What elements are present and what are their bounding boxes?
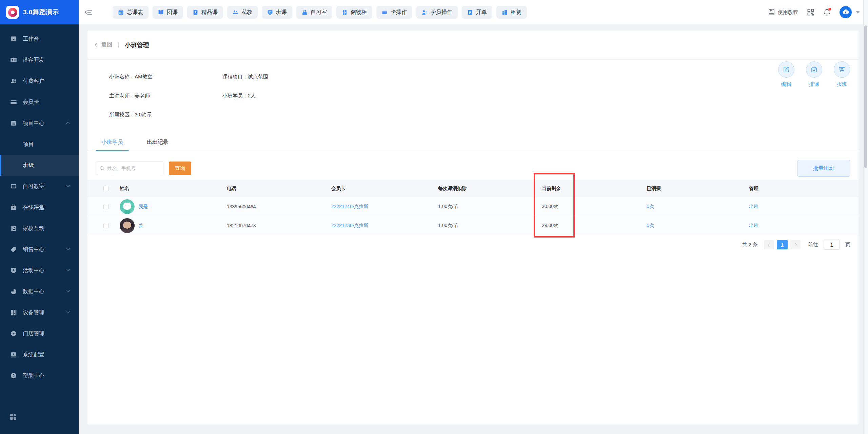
class-info-grid: 小班名称：AM教室 课程项目：试点范围 主讲老师：姜老师 小班学员：2人 所属校… [109, 74, 850, 131]
row-checkbox[interactable] [103, 223, 109, 228]
topnav-item-class-course[interactable]: 班课 [262, 6, 292, 19]
batch-leave-button[interactable]: 批量出班 [797, 160, 850, 177]
next-page-button[interactable] [790, 240, 801, 249]
user-avatar[interactable] [840, 6, 852, 18]
leave-class-link[interactable]: 出班 [749, 204, 850, 210]
app-logo-icon [6, 6, 19, 19]
help-center-icon: ? [10, 372, 17, 379]
topnav-item-rental[interactable]: 租赁 [496, 6, 527, 19]
sidebar-item-paying-customers[interactable]: 付费客户 [0, 71, 79, 92]
chevron-right-icon [793, 243, 797, 246]
schedule-icon [806, 61, 822, 78]
edit-button[interactable]: 编辑 [778, 61, 794, 88]
sidebar-item-store-management[interactable]: 门店管理 [0, 323, 79, 344]
row-checkbox[interactable] [103, 204, 109, 209]
consumed-link[interactable]: 0次 [647, 204, 749, 210]
paying-customer-icon [10, 78, 17, 84]
info-label: 课程项目： [222, 74, 248, 79]
sidebar-item-leads[interactable]: 潜客开发 [0, 50, 79, 71]
sidebar-item-label: 项目中心 [23, 120, 44, 127]
toolbar: 查询 批量出班 [87, 160, 859, 177]
select-all-checkbox[interactable] [103, 186, 109, 191]
sidebar-subitem-project[interactable]: 项目 [0, 134, 79, 155]
sidebar-subitem-class[interactable]: 班级 [0, 155, 79, 176]
tutorial-button[interactable]: 使用教程 [768, 8, 798, 16]
member-card-link[interactable]: 22221246-克拉斯 [331, 204, 438, 210]
students-table: 姓名 电话 会员卡 每次课消扣除 当前剩余 已消费 管理 我是 13395600… [87, 180, 859, 235]
apps-grid-icon[interactable] [9, 413, 17, 420]
notification-bell-icon[interactable] [823, 8, 831, 16]
schedule-label: 排课 [809, 81, 819, 88]
tab-class-students[interactable]: 小班学员 [96, 135, 129, 151]
sidebar-item-label: 自习教室 [23, 183, 44, 190]
table-row: 我是 13395600464 22221246-克拉斯 1.00次/节 30.0… [87, 197, 859, 216]
column-header-deduct: 每次课消扣除 [438, 186, 542, 192]
class-course-icon [267, 10, 273, 15]
study-classroom-icon [10, 183, 17, 190]
sidebar-item-home-school[interactable]: 家校互动 [0, 218, 79, 239]
sidebar-item-help-center[interactable]: ? 帮助中心 [0, 365, 79, 386]
column-header-card: 会员卡 [331, 186, 438, 192]
sidebar: 3.0舞蹈演示 工作台 潜客开发 付费客户 会员卡 项目中心 项目 班级 [0, 0, 79, 434]
topnav-item-label: 总课表 [127, 9, 143, 16]
sidebar-item-device-management[interactable]: 设备管理 [0, 302, 79, 323]
student-name-link[interactable]: 我是 [138, 204, 148, 210]
member-card-link[interactable]: 22221236-克拉斯 [331, 223, 438, 229]
topnav-item-schedule-table[interactable]: 总课表 [113, 6, 149, 19]
sidebar-item-project-center[interactable]: 项目中心 [0, 113, 79, 134]
query-button[interactable]: 查询 [169, 162, 191, 175]
chevron-up-icon [66, 122, 70, 126]
info-field-students: 小班学员：2人 [222, 93, 850, 99]
qr-code-icon[interactable] [807, 8, 814, 16]
tab-leave-records[interactable]: 出班记录 [141, 135, 174, 151]
topnav-item-group-class[interactable]: 团课 [153, 6, 183, 19]
prev-page-button[interactable] [764, 240, 774, 249]
notification-badge [828, 8, 831, 11]
enroll-button[interactable]: 报班 [834, 61, 850, 88]
topnav-item-billing[interactable]: 开单 [462, 6, 492, 19]
chevron-down-icon [66, 267, 70, 271]
scrollbar-thumb[interactable] [864, 25, 867, 168]
private-coach-icon [233, 10, 238, 15]
column-header-remaining: 当前剩余 [542, 186, 647, 192]
sidebar-item-sales-center[interactable]: 销售中心 [0, 239, 79, 260]
sidebar-item-label: 潜客开发 [23, 57, 44, 64]
info-value: 姜老师 [135, 93, 150, 98]
sidebar-subitem-label: 班级 [23, 162, 34, 169]
consumed-link[interactable]: 0次 [647, 223, 749, 229]
sidebar-item-study-classroom[interactable]: 自习教室 [0, 176, 79, 197]
tutorial-book-icon [768, 8, 775, 16]
topnav-item-study-room[interactable]: 自习室 [296, 6, 332, 19]
sidebar-menu: 工作台 潜客开发 付费客户 会员卡 项目中心 项目 班级 自习教室 [0, 24, 79, 386]
student-avatar [120, 218, 135, 233]
sidebar-item-data-center[interactable]: 数据中心 [0, 281, 79, 302]
scrollbar[interactable] [863, 0, 868, 434]
topnav-item-label: 私教 [241, 9, 252, 16]
back-button[interactable]: 返回 [96, 41, 112, 49]
student-ops-icon [422, 10, 428, 15]
sidebar-item-activity-center[interactable]: 活动中心 [0, 260, 79, 281]
sidebar-item-member-card[interactable]: 会员卡 [0, 92, 79, 113]
device-management-icon [10, 309, 17, 316]
search-input[interactable] [107, 166, 158, 171]
user-menu-caret-icon[interactable] [856, 11, 860, 14]
sidebar-item-online-class[interactable]: 在线课堂 [0, 197, 79, 218]
sidebar-item-system-config[interactable]: 系统配置 [0, 344, 79, 365]
info-label: 小班学员： [222, 93, 248, 98]
leave-class-link[interactable]: 出班 [749, 223, 850, 229]
topnav-item-locker[interactable]: 储物柜 [336, 6, 372, 19]
info-label: 小班名称： [109, 74, 135, 79]
schedule-button[interactable]: 排课 [806, 61, 822, 88]
topnav-item-private-coach[interactable]: 私教 [227, 6, 258, 19]
current-page-button[interactable]: 1 [777, 240, 788, 249]
chevron-down-icon [66, 288, 70, 292]
sidebar-item-workbench[interactable]: 工作台 [0, 29, 79, 50]
sidebar-item-label: 在线课堂 [23, 204, 44, 211]
topnav-item-boutique-class[interactable]: 精品课 [187, 6, 223, 19]
student-name-link[interactable]: 姜 [138, 223, 143, 229]
menu-fold-icon[interactable] [84, 8, 93, 17]
topnav-item-card-ops[interactable]: 卡操作 [376, 6, 412, 19]
topnav-item-student-ops[interactable]: 学员操作 [416, 6, 458, 19]
info-field-teacher: 主讲老师：姜老师 [109, 93, 222, 99]
goto-page-input[interactable] [824, 240, 840, 250]
